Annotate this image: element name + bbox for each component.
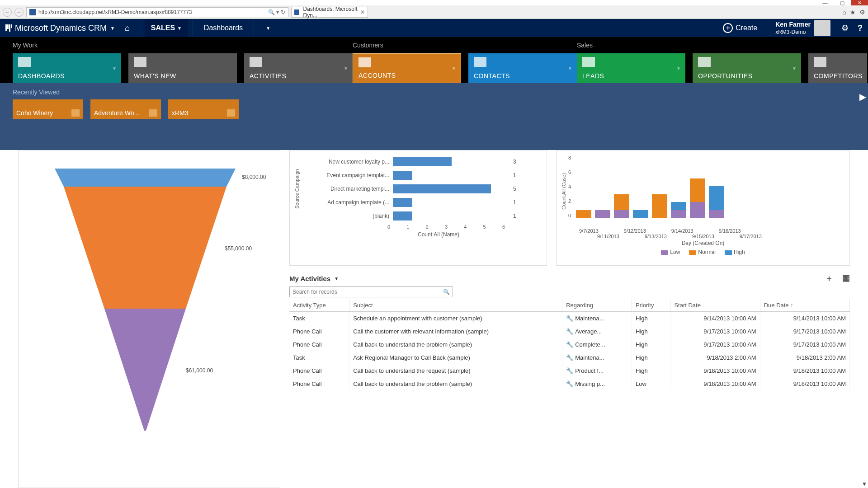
tile-dashboards[interactable]: DASHBOARDS ▼ (13, 53, 121, 83)
browser-forward[interactable]: → (14, 8, 24, 17)
stack-column (690, 178, 705, 218)
stack-column (614, 194, 629, 218)
tools-icon[interactable]: ⚙ (859, 9, 865, 16)
crm-logo-icon (5, 24, 12, 32)
tile-accounts[interactable]: ACCOUNTS ▼ (353, 53, 461, 83)
browser-back[interactable]: ← (3, 8, 12, 17)
gear-icon[interactable]: ⚙ (841, 23, 849, 33)
tile-label: DASHBOARDS (18, 72, 116, 80)
activities-panel: My Activities ▼ ＋ ▦ Search for records 🔍… (289, 273, 850, 488)
legend-high: High (734, 249, 745, 255)
table-row[interactable]: Phone CallCall the customer with relevan… (289, 325, 850, 338)
table-row[interactable]: TaskAsk Regional Manager to Call Back (s… (289, 351, 850, 364)
tab-close[interactable]: ✕ (360, 9, 365, 15)
account-icon (227, 109, 235, 117)
bar-ylabel: Source Campaign (294, 169, 300, 209)
activities-icon (250, 57, 262, 67)
legend-normal: Normal (698, 249, 716, 255)
table-row[interactable]: Phone CallCall back to understand the pr… (289, 338, 850, 351)
recent-tile-label: xRM3 (172, 109, 189, 117)
scroll-down-icon[interactable]: ▼ (862, 481, 867, 487)
refresh-icon[interactable]: ↻ (281, 9, 285, 15)
tile-activities[interactable]: ACTIVITIES ▼ (244, 53, 353, 83)
search-icon[interactable]: 🔍 (443, 289, 450, 295)
recent-tile[interactable]: Coho Winery (13, 99, 83, 119)
table-header-row: Activity TypeSubjectRegardingPrioritySta… (289, 299, 850, 312)
cases-stacked-chart: Count:All (Case) 02468 9/7/20139/12/2013… (556, 150, 850, 266)
activities-table: Activity TypeSubjectRegardingPrioritySta… (289, 299, 850, 390)
stack-plot (573, 155, 845, 218)
tile-opportunities[interactable]: OPPORTUNITIES ▼ (693, 53, 801, 83)
table-row[interactable]: Phone CallCall back to understand the pr… (289, 377, 850, 390)
stack-column (652, 194, 667, 218)
grid-view-icon[interactable]: ▦ (842, 273, 850, 284)
chevron-down-icon[interactable]: ▼ (112, 66, 117, 71)
window-chrome: — ▢ ✕ (0, 0, 868, 5)
recent-label: Recently Viewed (13, 89, 855, 96)
chevron-down-icon[interactable]: ▼ (676, 66, 681, 71)
chevron-down-icon[interactable]: ▼ (334, 276, 339, 281)
recent-tile[interactable]: Adventure Wo... (90, 99, 161, 119)
contacts-icon (474, 57, 486, 67)
stack-ylabel: Count:All (Case) (561, 173, 566, 210)
create-button[interactable]: + Create (723, 23, 757, 33)
home-browser-icon[interactable]: ⌂ (843, 9, 846, 16)
sitemap-next-arrow[interactable]: ▶ (859, 91, 866, 102)
chevron-down-icon[interactable]: ▼ (452, 66, 456, 71)
browser-tab[interactable]: Dashboards: Microsoft Dyn... ✕ (291, 7, 368, 18)
competitors-icon (814, 57, 826, 67)
help-icon[interactable]: ? (858, 23, 863, 33)
svg-marker-1 (64, 187, 226, 309)
tile-contacts[interactable]: CONTACTS ▼ (468, 53, 577, 83)
table-header[interactable]: Priority (632, 299, 670, 312)
tile-label: OPPORTUNITIES (698, 72, 796, 80)
search-icon[interactable]: 🔍 ▾ (268, 9, 279, 15)
home-icon[interactable]: ⌂ (125, 23, 130, 33)
recent-tile-label: Adventure Wo... (94, 109, 139, 117)
activities-search[interactable]: Search for records 🔍 (289, 286, 453, 297)
table-header[interactable]: Activity Type (289, 299, 349, 312)
table-row[interactable]: TaskSchedule an appointment with custome… (289, 312, 850, 325)
recent-tile[interactable]: xRM3 (168, 99, 239, 119)
nav-dashboards[interactable]: Dashboards (198, 19, 249, 37)
nav-dashboards-dropdown[interactable]: ▼ (259, 19, 277, 37)
legend-low: Low (670, 249, 680, 255)
create-label: Create (736, 24, 757, 32)
tile-whatsnew[interactable]: WHAT'S NEW (128, 53, 237, 83)
crm-topnav: Microsoft Dynamics CRM ▼ ⌂ SALES ▼ Dashb… (0, 19, 868, 37)
browser-right-icons: ⌂ ★ ⚙ (843, 9, 865, 16)
dashboard-area: $8,000.00 $55,000.00 $61,000.00 Source C… (0, 150, 868, 488)
table-row[interactable]: Phone CallCall back to understand the re… (289, 364, 850, 377)
stack-xaxis: 9/11/20139/13/20139/15/20139/17/2013 (597, 234, 845, 239)
funnel-value-3: $61,000.00 (186, 367, 213, 374)
window-minimize[interactable]: — (816, 0, 834, 5)
user-block[interactable]: Ken Farmer xRM3-Demo (775, 20, 830, 36)
chevron-down-icon[interactable]: ▼ (792, 66, 797, 71)
favorites-icon[interactable]: ★ (850, 9, 856, 16)
address-bar[interactable]: http://xrm3inc.cloudapp.net/xRM3-Demo/ma… (26, 7, 288, 17)
table-header[interactable]: Due Date ↑ (760, 299, 849, 312)
table-header[interactable]: Start Date (670, 299, 760, 312)
window-maximize[interactable]: ▢ (834, 0, 851, 5)
stack-xaxis: 9/7/20139/12/20139/14/20139/16/2013 (579, 228, 845, 234)
table-header[interactable]: Regarding (562, 299, 632, 312)
add-activity-icon[interactable]: ＋ (825, 273, 833, 284)
tile-label: WHAT'S NEW (134, 72, 231, 80)
chevron-down-icon[interactable]: ▼ (344, 66, 348, 71)
stack-xlabel: Day (Created On) (561, 240, 845, 246)
product-name: Microsoft Dynamics CRM (15, 23, 107, 33)
window-close[interactable]: ✕ (851, 0, 868, 5)
activities-title[interactable]: My Activities (289, 275, 330, 282)
tile-competitors[interactable]: COMPETITORS (808, 53, 867, 83)
tile-leads[interactable]: LEADS ▼ (577, 53, 685, 83)
table-header[interactable]: Subject (349, 299, 562, 312)
crm-logo[interactable]: Microsoft Dynamics CRM ▼ (5, 23, 115, 33)
chevron-down-icon[interactable]: ▼ (568, 66, 572, 71)
accounts-icon (359, 57, 371, 67)
group-mywork: My Work (13, 42, 353, 49)
nav-sales[interactable]: SALES ▼ (145, 19, 188, 37)
site-icon (29, 9, 36, 15)
user-name: Ken Farmer (775, 21, 811, 28)
avatar (814, 20, 830, 36)
stack-column (709, 186, 724, 218)
